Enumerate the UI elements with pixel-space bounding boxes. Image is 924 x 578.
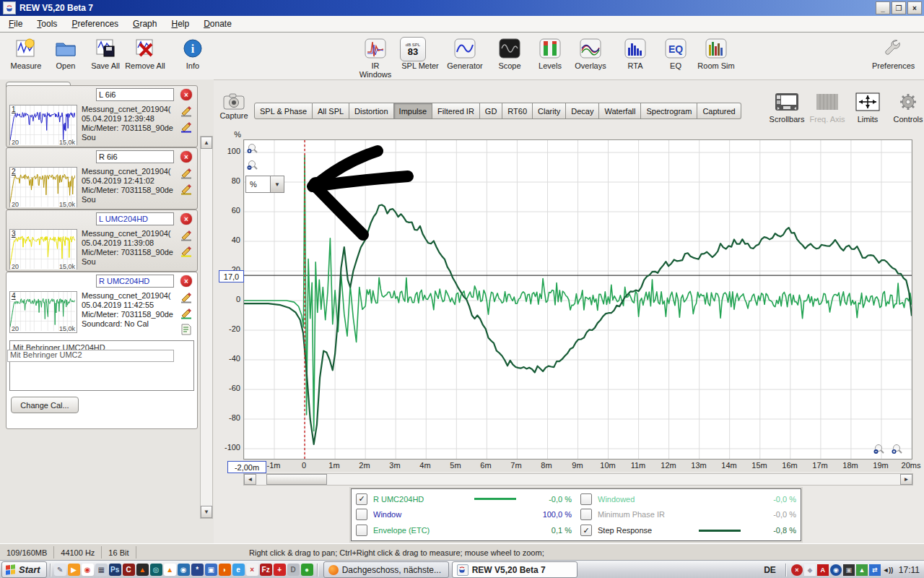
measurement-card-1[interactable]: ×12015,0kMessung_ccnet_201904(05.04.2019… [6,85,198,147]
minimize-button[interactable]: _ [876,1,890,14]
tool-eq[interactable]: EQEQ [655,37,696,70]
measurement-card-3[interactable]: ×32015,0kMessung_ccnet_201904(05.04.2019… [6,210,198,272]
legend-checkbox[interactable]: ✓ [580,525,592,536]
measurement-notes-input[interactable]: Mit Behringer UMC204HD [9,340,194,391]
palm-icon[interactable]: * [191,564,204,576]
start-button[interactable]: Start [1,561,47,578]
tool-save-all[interactable]: Save All [85,37,126,70]
taskbar-window-rew[interactable]: REW V5,20 Beta 7 [452,561,578,578]
usb-eject-icon[interactable]: ▲ [856,564,868,576]
chrome-icon[interactable]: ◉ [82,564,94,576]
download-manager-icon[interactable]: + [274,564,286,576]
display-icon[interactable]: ▣ [843,564,855,576]
trace-color-icon[interactable] [180,121,193,134]
tool-scope[interactable]: Scope [489,37,530,70]
security-alert-icon[interactable]: × [791,564,803,576]
tab-spl-phase[interactable]: SPL & Phase [254,103,313,119]
y-unit-dropdown[interactable]: % ▼ [245,176,284,193]
fire-icon[interactable]: ▲ [136,564,149,576]
d-app-icon[interactable]: D [287,564,300,576]
legend-checkbox[interactable]: ✓ [356,493,367,505]
tab-clarity[interactable]: Clarity [533,103,566,119]
dropdown-arrow-icon[interactable]: ▼ [270,176,284,192]
tab-impulse[interactable]: Impulse [394,103,433,119]
tab-gd[interactable]: GD [480,103,503,119]
edit-notes-icon[interactable] [180,292,193,305]
capture-button[interactable]: Capture [217,92,251,120]
language-indicator[interactable]: DE [764,565,776,575]
menu-help[interactable]: Help [171,19,189,29]
tab-filtered-ir[interactable]: Filtered IR [432,103,480,119]
change-cal-button[interactable]: Change Cal... [11,397,79,413]
legend-checkbox[interactable] [580,493,592,505]
notes-sheet-icon[interactable] [180,324,193,336]
tab-distortion[interactable]: Distortion [349,103,393,119]
trace-color-icon[interactable] [180,308,193,321]
edit-notes-icon[interactable] [180,105,193,118]
scroll-left-icon[interactable]: ◄ [244,474,256,485]
legend-checkbox[interactable] [356,525,367,536]
x-app-icon[interactable]: × [246,564,258,576]
tool-open[interactable]: Open [45,37,86,70]
menu-donate[interactable]: Donate [204,19,232,29]
zoom-out-x-icon[interactable] [873,444,886,456]
scroll-right-icon[interactable]: ► [900,474,912,485]
trace-color-icon[interactable] [180,246,193,259]
zoom-in-y-icon[interactable] [247,143,259,155]
network-icon[interactable]: ⇄ [869,564,881,576]
tool-overlays[interactable]: Overlays [570,37,611,70]
ccleaner-icon[interactable]: C [123,564,135,576]
photoshop-icon[interactable]: Ps [109,564,121,576]
menu-preferences[interactable]: Preferences [71,19,118,29]
zoom-out-y-icon[interactable] [247,160,259,172]
scroll-up-icon[interactable]: ▲ [201,137,212,149]
measurement-card-2[interactable]: ×22015,0kMessung_ccnet_201904(05.04.2019… [6,147,198,210]
internet-explorer-icon[interactable]: e [232,564,245,576]
taskbar-window-firefox[interactable]: Dachgeschoss, nächste... [323,561,449,578]
tool-measure[interactable]: Measure [6,37,46,70]
tab-all-spl[interactable]: All SPL [313,103,349,119]
tool-generator[interactable]: Generator [445,37,485,70]
image-editor-icon[interactable]: ✎ [54,564,66,576]
tool-preferences[interactable]: Preferences [872,37,912,70]
trace-color-icon[interactable] [180,184,193,197]
measurement-name-input[interactable] [96,212,174,225]
filezilla-icon[interactable]: Fz [260,564,272,576]
tool-spl-meter[interactable]: dB SPL83SPL Meter [400,37,440,70]
scope-app-icon[interactable]: ◎ [150,564,162,576]
zoom-in-x-icon[interactable] [892,444,904,456]
tab-rt60[interactable]: RT60 [502,103,533,119]
tab-decay[interactable]: Decay [566,103,599,119]
measurement-name-input[interactable] [96,88,174,101]
delete-measurement-icon[interactable]: × [180,275,192,287]
media-player-icon[interactable]: ▶ [68,564,80,576]
tool-info[interactable]: iInfo [173,37,213,70]
camera-app-icon[interactable]: ◉ [178,564,190,576]
edit-notes-icon[interactable] [180,230,193,243]
green-app-icon[interactable]: ● [301,564,313,576]
chart-h-scrollbar[interactable]: ◄ ► [243,473,913,486]
edit-notes-icon[interactable] [180,168,193,181]
delete-measurement-icon[interactable]: × [180,213,192,225]
legend-checkbox[interactable] [580,509,592,520]
blue-app-icon[interactable]: ◉ [830,564,842,576]
delete-measurement-icon[interactable]: × [180,89,192,100]
menu-tools[interactable]: Tools [37,19,57,29]
firefox-icon[interactable]: ◗ [219,564,231,576]
button-controls[interactable]: Controls [888,91,924,124]
volume-icon[interactable]: ◄)) [882,564,894,576]
impulse-chart[interactable] [243,139,912,460]
scroll-down-icon[interactable]: ▼ [201,506,212,518]
scrollbar-thumb[interactable] [266,474,327,485]
tool-ir-windows[interactable]: IR Windows [355,37,396,79]
tool-remove-all[interactable]: Remove All [125,37,165,70]
menu-graph[interactable]: Graph [133,19,157,29]
tab-captured[interactable]: Captured [697,103,741,119]
measurement-name-input[interactable] [96,275,174,288]
diamonds-icon[interactable]: ◆ [804,564,816,576]
tool-room-sim[interactable]: Room Sim [696,37,736,70]
calculator-icon[interactable]: ▦ [95,564,108,576]
tool-levels[interactable]: Levels [530,37,570,70]
button-scrollbars[interactable]: Scrollbars [767,91,807,124]
restore-button[interactable]: ❐ [892,1,906,14]
